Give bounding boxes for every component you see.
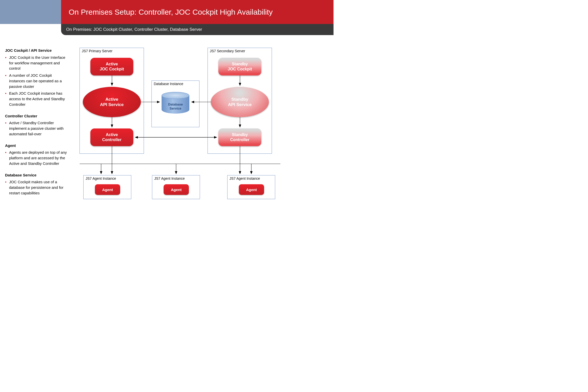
bullet: Each JOC Cockpit instance has access to … <box>5 91 68 107</box>
text-column: JOC Cockpit / API Service JOC Cockpit is… <box>0 48 71 209</box>
agent-box-label: JS7 Agent Instance <box>154 176 185 180</box>
secondary-server-label: JS7 Secondary Server <box>210 49 245 53</box>
active-api-service-node: Active API Service <box>83 87 141 117</box>
section-heading-controller: Controller Cluster <box>5 113 68 119</box>
slide-subtitle-row: On Premises: JOC Cockpit Cluster, Contro… <box>0 24 334 35</box>
slide-title: On Premises Setup: Controller, JOC Cockp… <box>69 8 273 16</box>
section-heading-db: Database Service <box>5 172 68 178</box>
database-instance-label: Database Instance <box>154 82 183 86</box>
bullet: Agents are deployed on top of any platfo… <box>5 150 68 166</box>
node-line-2: Controller <box>102 137 121 142</box>
bullet: A number of JOC Cockpit instances can be… <box>5 73 68 89</box>
section-heading-joc: JOC Cockpit / API Service <box>5 48 68 53</box>
agent-instance-box-3: JS7 Agent Instance Agent <box>227 175 275 199</box>
header-accent-block <box>0 0 61 24</box>
standby-controller-node: Standby Controller <box>218 128 261 146</box>
node-line-1: Standby <box>232 62 248 67</box>
node-line-1: Active <box>106 132 118 137</box>
db-label-1: Database <box>168 102 183 106</box>
agent-node: Agent <box>239 184 264 195</box>
active-controller-node: Active Controller <box>90 128 133 146</box>
node-line-1: Standby <box>231 97 248 102</box>
agent-box-label: JS7 Agent Instance <box>86 176 116 180</box>
node-line-1: Active <box>105 97 118 102</box>
db-label-2: Service <box>170 107 181 110</box>
agent-box-label: JS7 Agent Instance <box>229 176 260 180</box>
bullet: JOC Cockpit is the User Interface for wo… <box>5 55 68 71</box>
slide-header: On Premises Setup: Controller, JOC Cockp… <box>0 0 334 24</box>
architecture-diagram: JS7 Primary Server JS7 Secondary Server … <box>71 48 334 209</box>
agent-node: Agent <box>95 184 120 195</box>
node-line-1: Standby <box>232 132 248 137</box>
database-service-cylinder: Database Service <box>162 92 189 117</box>
node-line-2: API Service <box>228 102 252 107</box>
agent-node: Agent <box>164 184 189 195</box>
agent-instance-box-1: JS7 Agent Instance Agent <box>83 175 131 199</box>
bullet: JOC Cockpit makes use of a database for … <box>5 179 68 196</box>
agent-instance-box-2: JS7 Agent Instance Agent <box>152 175 200 199</box>
standby-api-service-node: Standby API Service <box>211 87 269 117</box>
standby-joc-cockpit-node: Standby JOC Cockpit <box>218 58 261 75</box>
section-heading-agent: Agent <box>5 143 68 148</box>
header-title-bar: On Premises Setup: Controller, JOC Cockp… <box>61 0 334 24</box>
active-joc-cockpit-node: Active JOC Cockpit <box>90 58 133 75</box>
node-line-2: JOC Cockpit <box>100 67 124 72</box>
node-line-2: API Service <box>100 102 124 107</box>
primary-server-label: JS7 Primary Server <box>82 49 112 53</box>
node-line-2: Controller <box>230 137 249 142</box>
node-line-2: JOC Cockpit <box>228 67 252 72</box>
node-line-1: Active <box>106 62 118 67</box>
slide-subtitle: On Premises: JOC Cockpit Cluster, Contro… <box>61 24 334 35</box>
bullet: Active / Standby Controller implement a … <box>5 120 68 137</box>
